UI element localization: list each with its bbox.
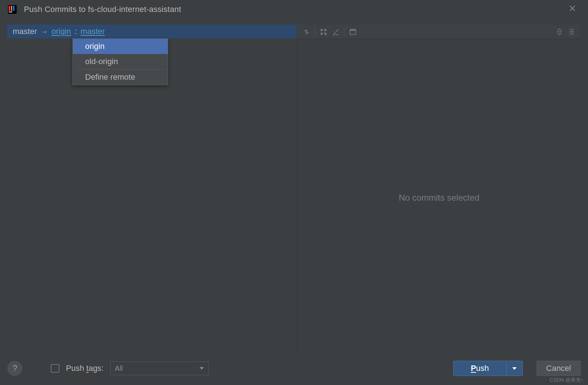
push-tags-checkbox[interactable] [51,364,59,373]
push-tags-select-value: All [115,364,123,373]
window-title: Push Commits to fs-cloud-internet-assist… [24,5,181,14]
dialog-footer: ? Push tags: All Push Cancel [7,359,581,378]
expand-all-icon[interactable] [553,26,566,37]
preview-diff-icon[interactable] [347,26,359,37]
toolbar-separator [344,27,345,37]
collapse-all-icon[interactable] [566,26,578,37]
details-body: No commits selected [297,39,581,356]
swap-panes-icon[interactable] [300,26,313,37]
arrow-right-icon: → [41,28,48,36]
remote-option-origin[interactable]: origin [73,39,168,54]
remote-option-define-remote[interactable]: Define remote [73,70,168,85]
push-button-dropdown[interactable] [507,361,523,376]
svg-rect-3 [13,6,14,11]
svg-rect-1 [9,6,10,11]
branch-mapping-row[interactable]: master → origin : master [7,25,297,38]
svg-rect-13 [350,29,356,31]
remote-name-link[interactable]: origin [51,27,71,36]
push-button-rest: ush [476,364,489,373]
local-branch-label: master [13,27,37,36]
group-by-icon[interactable] [317,26,330,37]
push-tags-select[interactable]: All [110,361,209,375]
help-button[interactable]: ? [7,361,22,376]
branch-colon: : [75,27,77,36]
chevron-down-icon [200,367,204,370]
push-tags-label: Push tags: [66,364,104,373]
toolbar-separator [315,27,315,37]
watermark: CSDN @果壳~ [550,377,584,384]
push-tags-label-pre: Push [66,364,86,373]
svg-rect-9 [321,33,323,35]
titlebar: Push Commits to fs-cloud-internet-assist… [0,0,588,19]
svg-rect-7 [321,29,323,31]
svg-rect-10 [324,33,326,35]
cancel-button[interactable]: Cancel [537,361,581,376]
edit-icon[interactable] [330,26,342,37]
remote-option-old-origin[interactable]: old-origin [73,54,168,69]
intellij-app-icon [7,4,17,14]
close-icon[interactable] [569,5,578,14]
remote-branch-link[interactable]: master [80,27,105,36]
svg-marker-11 [326,35,327,35]
svg-rect-2 [11,6,12,11]
chevron-down-icon [512,367,517,370]
diff-toolbar [297,25,581,39]
svg-rect-8 [324,29,326,31]
content-split: master → origin : master origin old-orig… [7,25,581,356]
details-pane: No commits selected [297,25,581,356]
remote-dropdown[interactable]: origin old-origin Define remote [72,38,168,85]
push-button-mnemonic: P [471,364,476,373]
no-commits-label: No commits selected [399,193,480,203]
push-tags-label-post: ags: [88,364,104,373]
push-split-button: Push [453,361,523,376]
commits-pane: master → origin : master origin old-orig… [7,25,297,356]
svg-rect-4 [9,12,12,12]
push-button[interactable]: Push [453,361,507,376]
